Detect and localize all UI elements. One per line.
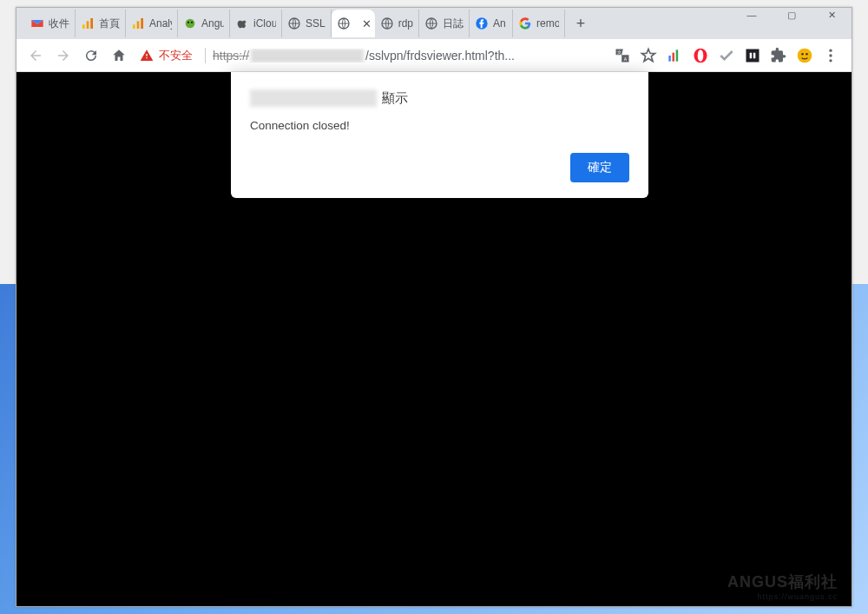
arrow-left-icon	[28, 48, 43, 63]
opera-icon[interactable]	[692, 47, 709, 64]
warning-icon	[140, 49, 154, 63]
tab-icloud[interactable]: iCloud	[230, 10, 282, 37]
minimize-button[interactable]: —	[732, 3, 772, 27]
kebab-icon	[822, 47, 839, 64]
extension-bars-icon[interactable]	[666, 47, 683, 64]
svg-point-7	[187, 22, 189, 23]
address-bar[interactable]: https:///sslvpn/frdsviewer.html?th...	[213, 49, 605, 63]
arrow-right-icon	[56, 48, 71, 63]
tab-label: 首頁	[99, 17, 120, 31]
svg-rect-0	[82, 24, 85, 29]
svg-point-25	[829, 49, 832, 51]
svg-point-24	[806, 53, 808, 56]
alert-actions: 確定	[250, 153, 629, 182]
svg-point-22	[798, 48, 812, 63]
svg-rect-5	[141, 18, 143, 29]
tab-facebook[interactable]: An	[470, 10, 513, 37]
tab-angus[interactable]: Angus	[178, 10, 230, 37]
analytics-icon	[131, 17, 145, 30]
alert-message: Connection closed!	[250, 119, 629, 132]
tab-ga-home[interactable]: 首頁	[76, 10, 126, 37]
bug-icon	[183, 17, 197, 30]
star-icon[interactable]	[640, 47, 657, 64]
globe-icon	[424, 17, 438, 30]
svg-rect-17	[673, 52, 675, 61]
security-chip[interactable]: 不安全	[135, 43, 198, 68]
svg-rect-3	[133, 24, 135, 29]
reload-button[interactable]	[79, 43, 103, 68]
translate-icon[interactable]: 文A	[614, 47, 631, 64]
browser-window: 收件 首頁 Analytics Angus iCloud	[16, 7, 852, 607]
security-label: 不安全	[159, 48, 193, 63]
js-alert-dialog: 顯示 Connection closed! 確定	[231, 72, 648, 198]
tab-analytics[interactable]: Analytics	[126, 10, 178, 37]
svg-rect-16	[668, 56, 671, 62]
svg-point-27	[829, 59, 832, 62]
alert-says-label: 顯示	[382, 90, 408, 107]
new-tab-button[interactable]: +	[569, 11, 593, 36]
close-tab-icon[interactable]: ✕	[361, 17, 373, 30]
forward-button[interactable]	[51, 43, 76, 68]
alert-ok-button[interactable]: 確定	[570, 153, 629, 182]
gmail-icon	[30, 17, 44, 30]
globe-icon	[380, 17, 394, 30]
url-path: /sslvpn/frdsviewer.html?th...	[365, 49, 515, 63]
tab-strip: 收件 首頁 Analytics Angus iCloud	[16, 8, 852, 39]
svg-point-23	[801, 53, 804, 56]
back-button[interactable]	[23, 43, 48, 68]
tab-label: remote	[536, 17, 559, 30]
globe-icon	[287, 17, 301, 30]
tab-google[interactable]: remote	[513, 10, 565, 37]
extension-square-icon[interactable]	[744, 47, 761, 64]
url-scheme: https://	[213, 49, 249, 63]
tab-label: rdp	[398, 17, 413, 30]
globe-icon	[337, 17, 351, 30]
svg-point-20	[698, 50, 704, 61]
tab-ssl[interactable]: SSL	[282, 10, 332, 37]
home-button[interactable]	[107, 43, 131, 68]
divider	[205, 48, 206, 63]
url-host-blurred	[251, 49, 364, 63]
toolbar: 不安全 https:///sslvpn/frdsviewer.html?th..…	[16, 39, 852, 72]
tab-label: 收件	[49, 17, 69, 31]
close-window-button[interactable]: ✕	[812, 3, 852, 27]
watermark: ANGUS福利社 https://wuangus.cc	[727, 571, 838, 601]
tab-gmail[interactable]: 收件	[25, 10, 76, 37]
tab-log[interactable]: 日誌	[419, 10, 470, 37]
plus-icon: +	[576, 15, 586, 33]
reload-icon	[83, 48, 99, 63]
tab-active[interactable]: ✕	[332, 10, 375, 37]
tab-label: SSL	[306, 17, 326, 30]
svg-point-6	[186, 19, 195, 29]
apple-icon	[235, 17, 249, 30]
svg-point-26	[829, 54, 832, 56]
svg-rect-2	[90, 18, 93, 29]
svg-rect-21	[746, 49, 760, 62]
svg-rect-1	[87, 21, 89, 29]
extensions-puzzle-icon[interactable]	[770, 47, 787, 64]
check-icon[interactable]	[718, 47, 735, 64]
tab-label: 日誌	[443, 17, 464, 31]
home-icon	[111, 48, 127, 63]
google-icon	[518, 17, 532, 30]
menu-button[interactable]	[822, 47, 839, 64]
profile-avatar[interactable]	[796, 47, 813, 64]
window-controls: — ▢ ✕	[732, 3, 852, 27]
alert-header: 顯示	[250, 89, 629, 107]
maximize-button[interactable]: ▢	[772, 3, 812, 27]
svg-point-8	[191, 22, 193, 23]
toolbar-actions: 文A	[608, 47, 845, 64]
analytics-icon	[81, 17, 95, 30]
alert-origin-blurred	[250, 89, 377, 107]
tab-label: Analytics	[149, 17, 172, 30]
tab-label: iCloud	[253, 17, 276, 30]
svg-text:文: 文	[617, 49, 621, 54]
tab-label: Angus	[201, 17, 224, 30]
svg-rect-18	[676, 50, 679, 61]
svg-rect-4	[137, 21, 140, 29]
tab-label: An	[493, 17, 507, 30]
page-content: 顯示 Connection closed! 確定 ANGUS福利社 https:…	[16, 72, 852, 606]
facebook-icon	[475, 17, 489, 30]
tab-rdp[interactable]: rdp	[375, 10, 419, 37]
